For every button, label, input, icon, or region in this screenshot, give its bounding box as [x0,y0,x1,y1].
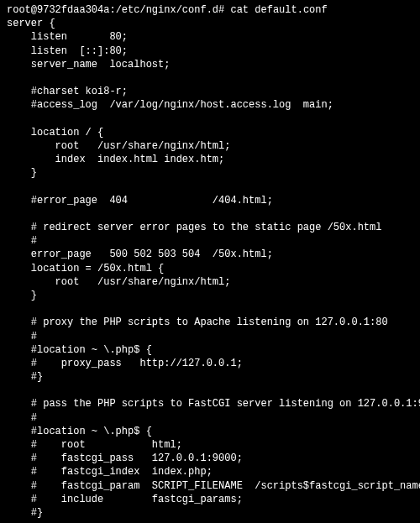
prompt-user: root [7,4,31,16]
prompt-command: cat default.conf [230,4,327,16]
prompt-symbol: # [218,4,224,16]
file-contents: server { listen 80; listen [::]:80; serv… [7,17,413,523]
shell-prompt: root@9732fdaa304a:/etc/nginx/conf.d# cat… [7,3,413,17]
prompt-host: 9732fdaa304a [37,4,109,16]
prompt-path: /etc/nginx/conf.d [116,4,218,16]
